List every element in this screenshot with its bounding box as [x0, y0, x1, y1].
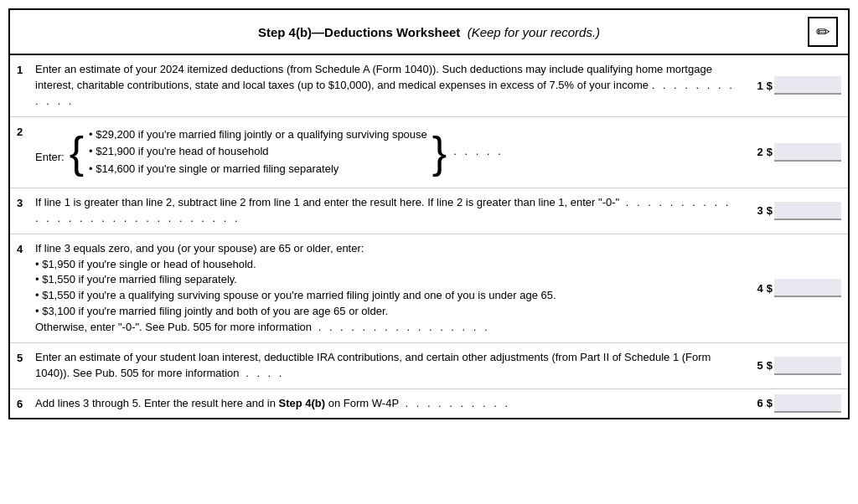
row-3-content: If line 1 is greater than line 2, subtra… [35, 188, 739, 234]
row-1-number: 1 [10, 55, 35, 116]
row-6-dots: . . . . . . . . . . [405, 397, 510, 409]
brace-item-3: • $14,600 if you're single or married fi… [89, 162, 427, 177]
row-2-enter-label: Enter: [35, 138, 65, 166]
row-5-dollar: $ [767, 359, 773, 372]
row-5-text: Enter an estimate of your student loan i… [35, 351, 711, 379]
row-1-text: Enter an estimate of your 2024 itemized … [35, 63, 712, 91]
row-5-input-num: 5 [757, 359, 763, 372]
row-5-input-area: 5 $ [739, 343, 848, 388]
row-4-dots: . . . . . . . . . . . . . . . . [318, 321, 490, 333]
row-4-text: If line 3 equals zero, and you (or your … [35, 242, 556, 333]
row-5-number: 5 [10, 343, 35, 388]
row-3: 3 If line 1 is greater than line 2, subt… [10, 188, 848, 234]
row-6-content: Add lines 3 through 5. Enter the result … [35, 389, 739, 419]
brace-item-2: • $21,900 if you're head of household [89, 144, 427, 160]
row-3-input[interactable] [774, 202, 841, 220]
title-text: Step 4(b)—Deductions Worksheet [258, 25, 460, 39]
row-6-input-num: 6 [757, 397, 763, 409]
row-2-input[interactable] [774, 143, 841, 162]
row-2-dots: . . . . . [453, 144, 504, 160]
right-brace: } [432, 131, 447, 174]
row-2-number: 2 [10, 117, 35, 188]
row-6-input-area: 6 $ [739, 389, 848, 419]
row-6-input[interactable] [774, 394, 841, 413]
row-5: 5 Enter an estimate of your student loan… [10, 343, 848, 389]
row-2-brace-items: • $29,200 if you're married filing joint… [89, 127, 427, 178]
worksheet: Step 4(b)—Deductions Worksheet (Keep for… [8, 8, 850, 419]
row-4-input-area: 4 $ [739, 234, 848, 342]
row-6-text-pre: Add lines 3 through 5. Enter the result … [35, 397, 279, 409]
row-2-brace-group: Enter: { • $29,200 if you're married fil… [35, 127, 736, 178]
row-2-input-area: 2 $ [739, 117, 848, 188]
left-brace: { [70, 131, 84, 174]
row-1-input[interactable] [774, 76, 841, 95]
row-3-number: 3 [10, 188, 35, 234]
row-1-input-area: 1 $ [739, 55, 848, 116]
brace-item-1: • $29,200 if you're married filing joint… [89, 127, 427, 143]
row-6-dollar: $ [767, 397, 773, 409]
row-1: 1 Enter an estimate of your 2024 itemize… [10, 55, 848, 117]
subtitle-text: (Keep for your records.) [468, 25, 600, 39]
row-6-number: 6 [10, 389, 35, 419]
row-4-number: 4 [10, 234, 35, 342]
row-1-dollar: $ [767, 80, 773, 92]
row-1-input-num: 1 [757, 80, 763, 92]
row-4-content: If line 3 equals zero, and you (or your … [35, 234, 739, 342]
row-3-text: If line 1 is greater than line 2, subtra… [35, 196, 619, 208]
row-1-content: Enter an estimate of your 2024 itemized … [35, 55, 739, 116]
row-2-dollar: $ [767, 146, 773, 158]
row-6-text-bold: Step 4(b) [279, 397, 326, 409]
row-4-dollar: $ [767, 282, 773, 295]
row-4-input-num: 4 [757, 282, 763, 295]
header-title: Step 4(b)—Deductions Worksheet (Keep for… [50, 25, 808, 39]
row-6-text-post: on Form W-4P [325, 397, 399, 409]
row-2-input-num: 2 [757, 146, 763, 158]
worksheet-header: Step 4(b)—Deductions Worksheet (Keep for… [10, 10, 848, 55]
row-5-content: Enter an estimate of your student loan i… [35, 343, 739, 388]
row-2: 2 Enter: { • $29,200 if you're married f… [10, 117, 848, 189]
row-5-input[interactable] [774, 357, 841, 375]
row-4: 4 If line 3 equals zero, and you (or you… [10, 234, 848, 343]
row-3-input-area: 3 $ [739, 188, 848, 234]
row-3-input-num: 3 [757, 204, 763, 217]
row-2-content: Enter: { • $29,200 if you're married fil… [35, 117, 739, 188]
row-6: 6 Add lines 3 through 5. Enter the resul… [10, 389, 848, 419]
row-3-dollar: $ [767, 204, 773, 217]
row-5-dots: . . . . [246, 367, 284, 379]
pencil-icon: ✏ [808, 17, 838, 47]
row-4-input[interactable] [774, 279, 841, 297]
